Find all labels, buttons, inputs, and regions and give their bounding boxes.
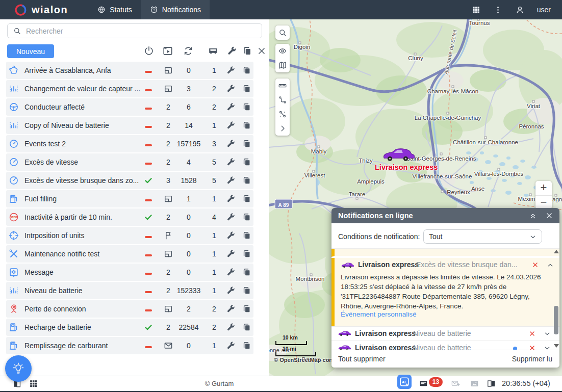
disabled-dash-icon[interactable] xyxy=(145,291,152,293)
copy-notification-icon[interactable] xyxy=(242,102,252,112)
chevron-right-icon[interactable] xyxy=(275,121,290,136)
edit-wrench-icon[interactable] xyxy=(225,230,236,241)
notification-row[interactable]: Conducteur affecté262 xyxy=(6,98,253,116)
disabled-dash-icon[interactable] xyxy=(145,89,152,91)
mail-export-icon[interactable] xyxy=(451,379,461,388)
markers-icon[interactable] xyxy=(275,107,290,121)
disabled-dash-icon[interactable] xyxy=(145,254,152,256)
activation-status[interactable] xyxy=(142,231,155,240)
tab-notifications[interactable]: Notifications xyxy=(141,0,210,19)
close-icon[interactable] xyxy=(256,45,267,57)
notification-row[interactable]: Intrposition of units01 xyxy=(6,227,253,244)
activation-status[interactable] xyxy=(142,66,155,75)
activation-status[interactable] xyxy=(142,158,155,167)
edit-wrench-icon[interactable] xyxy=(225,139,236,149)
activation-status[interactable] xyxy=(142,286,155,295)
user-name-label[interactable]: user xyxy=(537,6,551,14)
edit-wrench-icon[interactable] xyxy=(225,341,236,351)
edit-wrench-icon[interactable] xyxy=(225,120,236,130)
notification-row[interactable]: Fuel filling11 xyxy=(6,190,253,207)
custom-event-link[interactable]: Événement personnalisé xyxy=(341,310,417,318)
copy-notification-icon[interactable] xyxy=(242,175,252,186)
edit-wrench-icon[interactable] xyxy=(225,212,236,222)
notification-row[interactable]: Events test 221571953 xyxy=(6,135,253,152)
collapse-panel-icon[interactable] xyxy=(528,211,538,221)
activation-status[interactable] xyxy=(142,139,155,148)
notification-row[interactable]: Changement de valeur de capteur ...32 xyxy=(6,80,253,97)
kebab-menu-icon[interactable] xyxy=(493,5,503,15)
online-notification-row[interactable]: Livraison expressNiveau de batterie xyxy=(331,326,559,341)
vehicle-marker-livraison-express[interactable] xyxy=(381,147,415,163)
conditions-select[interactable]: Tout xyxy=(423,229,542,244)
notification-row[interactable]: Recharge de batterie2225842 xyxy=(6,319,253,336)
expanded-notification[interactable]: Livraison express Excès de vitesse brusq… xyxy=(331,258,559,326)
disabled-dash-icon[interactable] xyxy=(145,273,152,275)
activation-status[interactable] xyxy=(142,84,155,93)
wrench-icon[interactable] xyxy=(226,45,237,57)
disabled-dash-icon[interactable] xyxy=(145,163,152,165)
edit-wrench-icon[interactable] xyxy=(225,84,236,94)
copy-notification-icon[interactable] xyxy=(242,194,252,204)
online-notification-row[interactable]: Livraison expressNiveau de batterie xyxy=(331,341,559,350)
copy-notification-icon[interactable] xyxy=(242,341,252,351)
close-panel-icon[interactable] xyxy=(544,211,554,221)
ai-assistant-button[interactable]: AI xyxy=(397,375,412,389)
chevron-down-icon[interactable] xyxy=(543,329,552,338)
zoom-out-button[interactable]: − xyxy=(535,195,552,210)
media-icon[interactable] xyxy=(470,379,479,388)
disabled-dash-icon[interactable] xyxy=(145,108,152,110)
panel-header[interactable]: Notifications en ligne xyxy=(331,208,559,223)
copy-notification-icon[interactable] xyxy=(242,322,252,332)
unit-icon[interactable] xyxy=(208,45,219,57)
edit-wrench-icon[interactable] xyxy=(225,102,236,112)
enabled-check-icon[interactable] xyxy=(144,323,153,332)
copy-notification-icon[interactable] xyxy=(242,230,252,241)
scroll-thumb[interactable] xyxy=(554,306,558,334)
disabled-dash-icon[interactable] xyxy=(145,144,152,146)
wialon-logo[interactable]: wialon xyxy=(14,4,68,16)
dashboard-grid-icon[interactable] xyxy=(29,379,38,388)
sync-icon[interactable] xyxy=(183,45,194,57)
activation-status[interactable] xyxy=(142,323,155,332)
activation-status[interactable] xyxy=(142,341,155,350)
activation-status[interactable] xyxy=(142,176,155,185)
user-icon[interactable] xyxy=(515,5,525,15)
activation-status[interactable] xyxy=(142,102,155,112)
activation-status[interactable] xyxy=(142,268,155,277)
edit-wrench-icon[interactable] xyxy=(225,175,236,186)
search-icon[interactable] xyxy=(275,25,290,40)
delete-all-link[interactable]: Tout supprimer xyxy=(338,355,386,363)
ruler-icon[interactable] xyxy=(275,79,290,93)
notification-row[interactable]: Perte de connexion22 xyxy=(6,300,253,318)
enabled-check-icon[interactable] xyxy=(144,213,153,222)
notification-row[interactable]: Niveau de batterie21523331 xyxy=(6,282,253,299)
edit-wrench-icon[interactable] xyxy=(225,304,236,314)
activation-status[interactable] xyxy=(142,194,155,203)
edit-wrench-icon[interactable] xyxy=(225,157,236,167)
activation-status[interactable] xyxy=(142,121,155,130)
notification-row[interactable]: Excès de vitesse245 xyxy=(6,153,253,171)
disabled-dash-icon[interactable] xyxy=(145,126,152,128)
edit-wrench-icon[interactable] xyxy=(225,65,236,75)
zoom-in-button[interactable]: + xyxy=(535,181,552,195)
run-icon[interactable] xyxy=(162,45,173,57)
copy-icon[interactable] xyxy=(242,45,253,57)
activation-status[interactable] xyxy=(142,304,155,313)
delete-notification-icon[interactable] xyxy=(528,344,537,350)
copy-notification-icon[interactable] xyxy=(242,65,252,75)
copy-notification-icon[interactable] xyxy=(242,285,252,296)
disabled-dash-icon[interactable] xyxy=(145,236,152,238)
messages-icon[interactable] xyxy=(419,379,428,388)
edit-wrench-icon[interactable] xyxy=(225,322,236,332)
copy-notification-icon[interactable] xyxy=(242,249,252,259)
delete-read-link[interactable]: Supprimer lu xyxy=(512,355,552,363)
activation-status[interactable] xyxy=(142,249,155,258)
disabled-dash-icon[interactable] xyxy=(145,199,152,201)
copy-notification-icon[interactable] xyxy=(242,157,252,167)
panel-scrollbar[interactable] xyxy=(553,250,559,349)
scroll-up-arrow[interactable] xyxy=(554,250,559,253)
copy-notification-icon[interactable] xyxy=(242,304,252,314)
notification-row[interactable]: Arrivée à Casablanca, Anfa01 xyxy=(6,62,253,79)
copy-notification-icon[interactable] xyxy=(242,267,252,277)
route-icon[interactable] xyxy=(275,93,290,107)
